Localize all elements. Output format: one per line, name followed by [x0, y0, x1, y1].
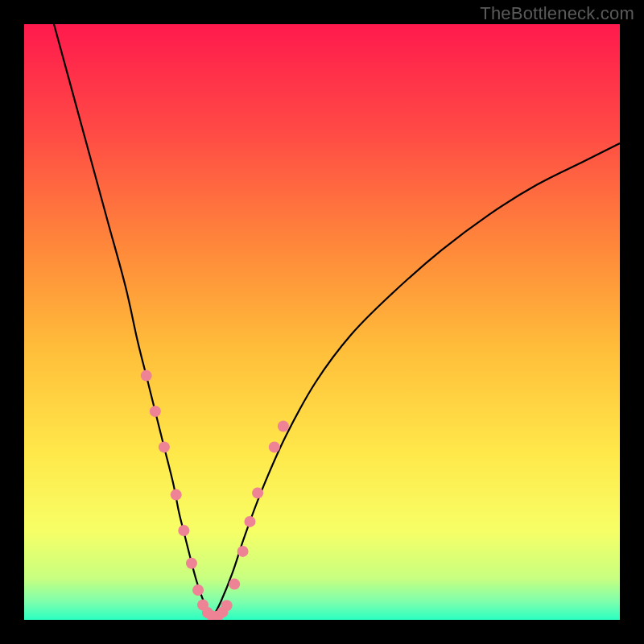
watermark: TheBottleneck.com [480, 3, 634, 24]
data-marker [244, 516, 255, 527]
data-marker [159, 441, 170, 452]
data-marker [221, 600, 233, 611]
plot-area [24, 24, 620, 620]
data-marker [178, 525, 189, 536]
data-marker [186, 558, 197, 569]
data-marker [192, 584, 204, 596]
curve-left [54, 24, 213, 617]
data-marker [171, 489, 182, 501]
data-marker [269, 441, 280, 452]
data-marker [278, 421, 289, 432]
chart-svg [24, 24, 620, 620]
data-markers [141, 370, 289, 620]
data-marker [150, 406, 161, 417]
data-marker [237, 546, 249, 557]
data-marker [252, 487, 263, 498]
chart-container: TheBottleneck.com [0, 0, 644, 644]
data-marker [141, 370, 152, 382]
curve-right [213, 143, 620, 617]
data-marker [229, 579, 240, 590]
